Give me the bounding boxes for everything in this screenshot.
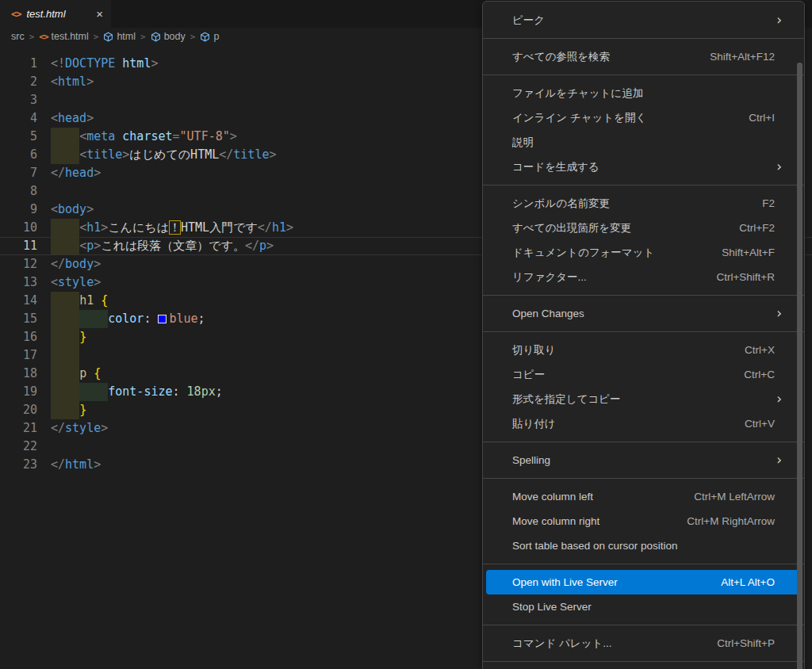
- code-token: "UTF-8": [180, 129, 230, 143]
- menu-item-move-column-right[interactable]: Move column rightCtrl+M RightArrow: [486, 509, 801, 533]
- breadcrumb-item-p[interactable]: p: [200, 31, 219, 42]
- breadcrumb-item-src[interactable]: src: [11, 31, 25, 42]
- code-token: </: [51, 457, 65, 472]
- menu-item-label: Sort table based on cursor position: [512, 540, 678, 552]
- line-number: 10: [0, 219, 37, 237]
- code-token: 18px: [187, 384, 216, 399]
- menu-separator: [483, 478, 804, 479]
- line-number: 17: [0, 346, 37, 365]
- line-number: 16: [0, 328, 37, 346]
- menu-item-label: 説明: [512, 136, 534, 150]
- code-token: これは段落（文章）です。: [101, 239, 245, 253]
- breadcrumb-item-body[interactable]: body: [151, 31, 186, 42]
- code-token: <!: [51, 56, 65, 71]
- menu-item-shortcut: Shift+Alt+F12: [710, 51, 782, 63]
- menu-item-label: Move column left: [512, 491, 593, 503]
- code-token: </: [51, 421, 65, 435]
- code-token: p: [79, 366, 86, 380]
- code-token: >: [86, 202, 94, 216]
- menu-item-label: Open with Live Server: [512, 576, 618, 588]
- close-icon[interactable]: ×: [96, 8, 103, 20]
- code-token: p: [86, 239, 94, 253]
- menu-item-add-file-to-chat[interactable]: ファイルをチャットに追加: [486, 81, 801, 105]
- menu-item-shortcut: Ctrl+Shift+R: [716, 271, 782, 283]
- code-token: >: [230, 129, 237, 143]
- code-token: [51, 403, 79, 417]
- line-number: 7: [0, 164, 37, 182]
- menu-item-shortcut: Alt+L Alt+O: [721, 576, 782, 588]
- menu-item-stop-live-server[interactable]: Stop Live Server: [486, 594, 801, 619]
- code-token: >: [86, 111, 94, 125]
- line-number: 4: [0, 109, 37, 128]
- menu-item-move-column-left[interactable]: Move column leftCtrl+M LeftArrow: [486, 484, 801, 509]
- menu-item-shortcut: Ctrl+I: [749, 112, 782, 124]
- menu-item-format-document[interactable]: ドキュメントのフォーマットShift+Alt+F: [486, 240, 801, 265]
- code-token: h1: [86, 220, 101, 235]
- menu-item-sort-table[interactable]: Sort table based on cursor position: [486, 533, 801, 558]
- menu-item-shortcut: Ctrl+X: [745, 344, 782, 356]
- menu-item-shortcut: Ctrl+C: [744, 369, 782, 380]
- menu-item-label: ピーク: [512, 13, 545, 28]
- menu-item-label: コピー: [512, 368, 545, 382]
- code-token: <: [79, 129, 86, 143]
- code-token: こんにちは: [108, 220, 169, 235]
- line-number: 15: [0, 310, 37, 328]
- color-swatch-blue[interactable]: [158, 315, 167, 323]
- breadcrumb-item-testhtml[interactable]: <>test.html: [39, 31, 89, 42]
- code-token: ;: [198, 312, 205, 326]
- code-token: >: [269, 147, 276, 162]
- menu-item-change-all-occurrences[interactable]: すべての出現箇所を変更Ctrl+F2: [486, 216, 801, 240]
- line-number: 18: [0, 365, 37, 383]
- breadcrumb-label: p: [213, 31, 219, 42]
- chevron-right-icon: >: [29, 32, 35, 42]
- code-token: [51, 312, 108, 326]
- code-token: >: [151, 56, 158, 71]
- menu-item-label: Move column right: [512, 515, 599, 527]
- menu-item-spelling[interactable]: Spelling›: [486, 448, 801, 472]
- menu-scrollbar[interactable]: [797, 63, 802, 669]
- menu-item-generate-code[interactable]: コードを生成する›: [486, 155, 801, 179]
- line-number: 20: [0, 401, 37, 419]
- line-number: 5: [0, 128, 37, 146]
- menu-item-open-changes[interactable]: Open Changes›: [486, 301, 801, 326]
- tab-test-html[interactable]: <> test.html ×: [0, 0, 111, 28]
- menu-item-paste[interactable]: 貼り付けCtrl+V: [486, 411, 801, 436]
- code-token: [86, 366, 94, 380]
- code-token: body: [65, 257, 94, 271]
- menu-separator: [483, 564, 804, 564]
- menu-item-shortcut: Ctrl+Shift+P: [717, 637, 782, 649]
- code-token: p: [259, 239, 266, 253]
- menu-separator: [483, 185, 804, 185]
- submenu-chevron-icon: ›: [776, 453, 782, 467]
- menu-item-command-palette[interactable]: コマンド パレット...Ctrl+Shift+P: [486, 631, 801, 656]
- menu-separator: [483, 295, 804, 296]
- code-token: [51, 129, 79, 143]
- menu-item-find-all-references[interactable]: すべての参照を検索Shift+Alt+F12: [486, 44, 801, 69]
- code-token: }: [79, 330, 86, 344]
- menu-item-copy[interactable]: コピーCtrl+C: [486, 362, 801, 387]
- menu-item-label: 貼り付け: [512, 417, 556, 431]
- chevron-right-icon: >: [190, 32, 196, 42]
- code-token: <: [79, 147, 86, 162]
- code-token: charset: [122, 129, 172, 143]
- menu-item-label: リファクター...: [512, 270, 587, 285]
- code-token: blue: [169, 312, 197, 326]
- menu-item-explain[interactable]: 説明: [486, 130, 801, 155]
- menu-item-peek[interactable]: ピーク›: [486, 8, 801, 32]
- breadcrumb-item-html[interactable]: html: [103, 31, 136, 42]
- code-token: }: [79, 403, 86, 417]
- menu-item-rename-symbol[interactable]: シンボルの名前変更F2: [486, 191, 801, 216]
- html-file-icon: <>: [11, 9, 21, 20]
- menu-item-copy-as[interactable]: 形式を指定してコピー›: [486, 387, 801, 411]
- code-token: <: [79, 239, 86, 253]
- menu-item-open-inline-chat[interactable]: インライン チャットを開くCtrl+I: [486, 105, 801, 130]
- line-number: 21: [0, 419, 37, 438]
- menu-item-refactor[interactable]: リファクター...Ctrl+Shift+R: [486, 265, 801, 289]
- menu-item-cut[interactable]: 切り取りCtrl+X: [486, 338, 801, 362]
- code-token: [115, 129, 122, 143]
- breadcrumb-label: test.html: [52, 31, 89, 42]
- menu-item-label: ドキュメントのフォーマット: [512, 246, 654, 260]
- code-token: meta: [86, 129, 115, 143]
- code-token: <: [51, 111, 58, 125]
- menu-item-open-with-live-server[interactable]: Open with Live ServerAlt+L Alt+O: [486, 570, 801, 594]
